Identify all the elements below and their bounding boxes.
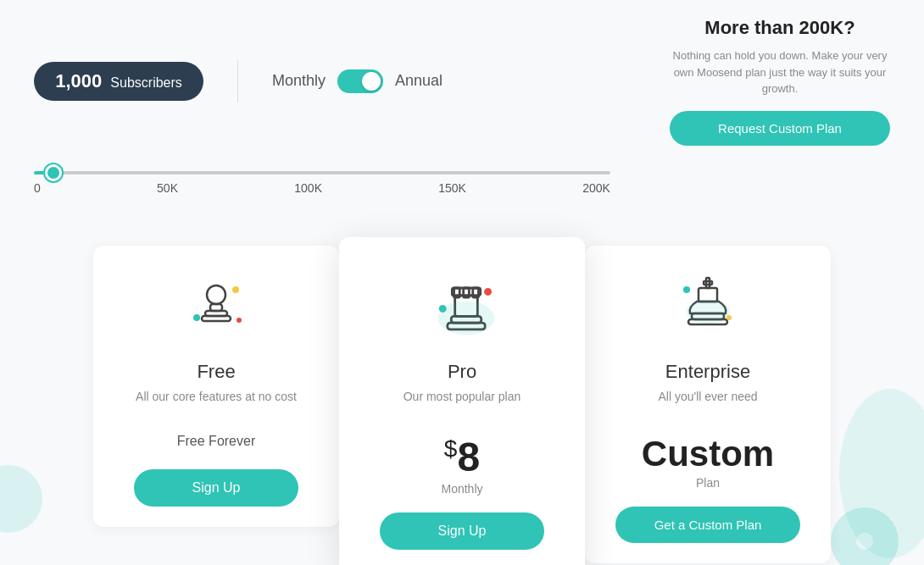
subscriber-label: Subscribers bbox=[110, 75, 181, 90]
pro-plan-period: Monthly bbox=[359, 482, 565, 496]
divider bbox=[237, 60, 238, 102]
enterprise-plan-custom-button[interactable]: Get a Custom Plan bbox=[615, 507, 800, 543]
pro-plan-subtitle: Our most popular plan bbox=[359, 390, 565, 420]
billing-toggle-area: Monthly Annual bbox=[272, 69, 443, 93]
subscriber-badge: 1,000 Subscribers bbox=[34, 62, 203, 101]
svg-point-24 bbox=[726, 315, 732, 320]
custom-plan-promo: More than 200K? Nothing can hold you dow… bbox=[670, 17, 890, 146]
slider-label-0: 0 bbox=[34, 181, 41, 195]
svg-rect-18 bbox=[706, 278, 710, 288]
slider-label-200k: 200K bbox=[582, 181, 610, 195]
free-plan-card: Free All our core features at no cost Fr… bbox=[93, 246, 339, 527]
pro-plan-signup-button[interactable]: Sign Up bbox=[380, 512, 544, 550]
free-plan-title: Free bbox=[114, 361, 319, 383]
svg-point-6 bbox=[237, 318, 242, 323]
svg-point-23 bbox=[683, 286, 690, 293]
svg-rect-3 bbox=[202, 316, 231, 321]
billing-toggle[interactable] bbox=[337, 69, 383, 93]
subscriber-count: 1,000 bbox=[55, 70, 102, 91]
svg-point-0 bbox=[207, 285, 225, 304]
free-plan-price-label: Free Forever bbox=[114, 434, 319, 449]
pro-plan-amount: 8 bbox=[457, 435, 480, 479]
enterprise-plan-icon bbox=[670, 271, 746, 347]
custom-plan-heading: More than 200K? bbox=[670, 17, 890, 39]
slider-labels: 0 50K 100K 150K 200K bbox=[34, 181, 610, 195]
enterprise-plan-price: Custom bbox=[605, 434, 810, 474]
slider-label-150k: 150K bbox=[438, 181, 466, 195]
pro-plan-currency: $ bbox=[444, 435, 458, 462]
request-custom-plan-button[interactable]: Request Custom Plan bbox=[670, 111, 890, 146]
enterprise-plan-subtitle: All you'll ever need bbox=[605, 390, 810, 420]
deco-circle-left bbox=[0, 465, 42, 533]
pro-plan-icon bbox=[424, 271, 500, 347]
svg-point-5 bbox=[193, 314, 200, 321]
pro-plan-card: Pro Our most popular plan $8 Monthly Sig… bbox=[339, 237, 585, 566]
slider-label-50k: 50K bbox=[157, 181, 178, 195]
top-section: 1,000 Subscribers Monthly Annual More th… bbox=[0, 0, 924, 154]
pricing-cards-section: Free All our core features at no cost Fr… bbox=[0, 237, 924, 566]
free-plan-icon bbox=[178, 271, 254, 347]
free-plan-subtitle: All our core features at no cost bbox=[114, 390, 319, 420]
svg-point-22 bbox=[686, 300, 730, 324]
slider-section: 0 50K 100K 150K 200K bbox=[0, 154, 924, 237]
enterprise-plan-card: Enterprise All you'll ever need Custom P… bbox=[585, 246, 831, 563]
enterprise-plan-title: Enterprise bbox=[605, 361, 810, 383]
toggle-annual-label: Annual bbox=[395, 72, 443, 90]
custom-plan-description: Nothing can hold you down. Make your ver… bbox=[670, 47, 890, 97]
slider-label-100k: 100K bbox=[294, 181, 322, 195]
pro-plan-title: Pro bbox=[359, 361, 565, 383]
svg-rect-17 bbox=[704, 281, 712, 285]
subscriber-slider[interactable] bbox=[34, 171, 610, 174]
toggle-monthly-label: Monthly bbox=[272, 72, 326, 90]
svg-point-14 bbox=[438, 301, 495, 335]
enterprise-plan-period: Plan bbox=[605, 476, 810, 490]
svg-rect-19 bbox=[699, 288, 717, 302]
subscriber-slider-wrapper: 0 50K 100K 150K 200K bbox=[34, 163, 890, 220]
svg-point-15 bbox=[484, 288, 492, 296]
svg-point-16 bbox=[439, 305, 447, 313]
svg-point-4 bbox=[232, 286, 239, 293]
free-plan-signup-button[interactable]: Sign Up bbox=[134, 469, 298, 507]
pro-plan-price: $8 bbox=[359, 434, 565, 480]
